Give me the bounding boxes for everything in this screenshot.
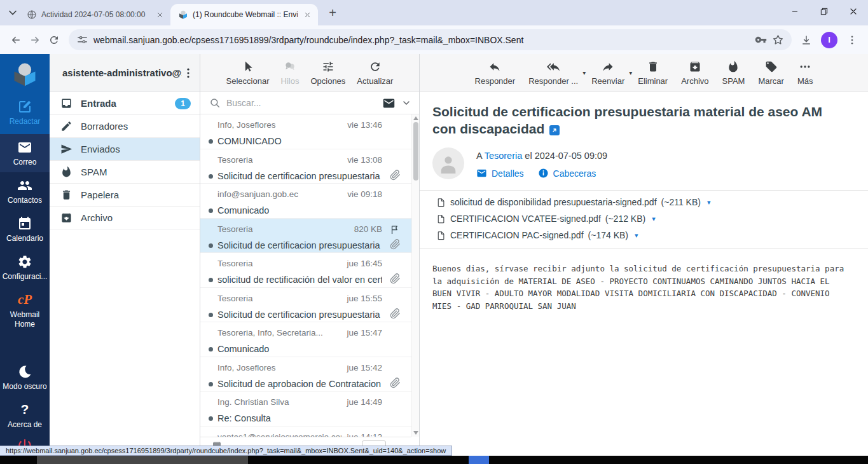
- toolbar-button-eliminar[interactable]: Eliminar: [635, 59, 670, 87]
- message-row[interactable]: Ing. Christian Silva jue 14:49 Re: Consu…: [200, 392, 411, 426]
- sidebar-item-webmail-home[interactable]: cP Webmail Home: [0, 287, 50, 335]
- scroll-up-icon[interactable]: [413, 116, 418, 120]
- search-input[interactable]: [226, 98, 376, 108]
- folder-item-papelera[interactable]: Papelera: [50, 184, 200, 207]
- external-link-icon[interactable]: [549, 125, 560, 135]
- folder-list: Entrada 1 Borradores Enviados SPAM Papel…: [50, 92, 200, 229]
- folder-item-entrada[interactable]: Entrada 1: [50, 92, 200, 115]
- message-row[interactable]: Tesoreria 820 KB Solicitud de certificac…: [200, 219, 411, 254]
- message-row[interactable]: Info, Joseflores jue 15:42 Solicitud de …: [200, 357, 411, 392]
- close-icon[interactable]: [155, 10, 165, 20]
- archive-icon: [689, 60, 701, 73]
- profile-avatar[interactable]: I: [821, 32, 837, 48]
- sidebar-item-correo[interactable]: Correo: [0, 134, 50, 172]
- toolbar-button-responder[interactable]: Responder: [472, 59, 518, 87]
- attachment-chip[interactable]: CERTIFICACION VCATEE-signed.pdf (~212 KB…: [436, 212, 656, 226]
- header-link-detalles[interactable]: Detalles: [476, 168, 524, 179]
- url-text[interactable]: webmail.sanjuan.gob.ec/cpsess1716951899/…: [93, 35, 750, 45]
- message-date: jue 15:47: [347, 327, 382, 338]
- sidebar-item-configuraci-[interactable]: Configuraci...: [0, 249, 50, 287]
- message-subject: Comunicado: [217, 343, 382, 355]
- list-toolbar: Seleccionar Hilos Opciones Actualizar: [200, 54, 419, 92]
- webmail-app: Redactar Correo Contactos Calendario Con…: [0, 54, 868, 464]
- scrollbar-thumb[interactable]: [413, 122, 418, 181]
- new-tab-button[interactable]: +: [324, 5, 341, 22]
- message-row[interactable]: ventas1@serviciosycomercio.com jue 14:12: [200, 426, 411, 437]
- bookmark-star-icon[interactable]: [772, 34, 784, 46]
- list-scrollbar[interactable]: [411, 114, 419, 437]
- attachment-chip[interactable]: solicitud de disponibilidad presupuestar…: [436, 196, 851, 209]
- browser-tab-activity[interactable]: Actividad 2024-07-05 08:00:00: [19, 4, 170, 25]
- close-icon[interactable]: [302, 10, 313, 20]
- message-row[interactable]: Tesoreria, Info, Secretaria... jue 15:47…: [200, 322, 411, 357]
- folder-label: Entrada: [81, 98, 116, 109]
- to-prefix: A: [476, 151, 482, 161]
- folder-item-archivo[interactable]: Archivo: [50, 207, 200, 229]
- toolbar-button-seleccionar[interactable]: Seleccionar: [224, 59, 272, 87]
- chevron-down-icon[interactable]: ▾: [652, 212, 656, 226]
- tab-title: (1) Roundcube Webmail :: Envia: [193, 10, 298, 19]
- browser-tab-roundcube[interactable]: (1) Roundcube Webmail :: Envia: [170, 4, 318, 25]
- folder-item-spam[interactable]: SPAM: [50, 161, 200, 184]
- search-scope-mail-icon[interactable]: [382, 97, 396, 110]
- message-subject: Solicitud de certificacion presupuestari…: [217, 170, 382, 182]
- sidebar-item-modo-oscuro[interactable]: Modo oscuro: [0, 358, 50, 397]
- toolbar-button-reenviar[interactable]: Reenviar ▾: [589, 59, 627, 87]
- sidebar-item-acerca-de[interactable]: ? Acerca de: [0, 397, 50, 435]
- forward-icon[interactable]: [25, 31, 45, 50]
- toolbar-button-archivo[interactable]: Archivo: [679, 59, 711, 87]
- attachment-chip[interactable]: CERTIFICACION PAC-signed.pdf (~174 KB) ▾: [436, 229, 638, 242]
- subject-text: Solicitud de certificacion presupuestari…: [432, 104, 822, 136]
- minimize-button[interactable]: [780, 0, 809, 23]
- toolbar-button-marcar[interactable]: Marcar: [755, 59, 786, 87]
- message-row[interactable]: Tesoreria jue 15:55 Solicitud de certifi…: [200, 288, 411, 323]
- toolbar-button-label: Opciones: [310, 76, 345, 86]
- sidebar-item-calendario[interactable]: Calendario: [0, 210, 50, 249]
- message-row[interactable]: Tesoreria vie 13:08 Solicitud de certifi…: [200, 149, 411, 184]
- toolbar-button-más[interactable]: Más: [795, 59, 816, 87]
- message-row[interactable]: Tesoreria jue 16:45 solicitud de rectifi…: [200, 253, 411, 288]
- site-settings-icon[interactable]: [76, 34, 88, 46]
- tab-search-chevron-icon[interactable]: [6, 6, 19, 19]
- sidebar-item-label: Contactos: [8, 196, 42, 205]
- folder-item-borradores[interactable]: Borradores: [50, 115, 200, 138]
- message-row[interactable]: Info, Joseflores vie 13:46 COMUNICADO: [200, 114, 411, 149]
- toolbar-button-spam[interactable]: SPAM: [720, 59, 748, 87]
- chevron-down-icon[interactable]: ▾: [582, 69, 586, 76]
- header-links: Detalles Cabeceras: [476, 168, 607, 179]
- toolbar-button-opciones[interactable]: Opciones: [308, 59, 348, 87]
- passwords-key-icon[interactable]: [755, 34, 767, 46]
- message-sender: Info, Joseflores: [217, 119, 276, 130]
- message-date: jue 14:49: [347, 397, 382, 407]
- reload-icon[interactable]: [45, 31, 64, 50]
- message-subject: Solicitud de certificacion presupuestari…: [217, 240, 382, 251]
- header-link-cabeceras[interactable]: Cabeceras: [538, 168, 596, 179]
- folder-item-enviados[interactable]: Enviados: [50, 138, 200, 161]
- scroll-down-icon[interactable]: [413, 431, 418, 435]
- options-icon: [322, 60, 334, 73]
- restore-button[interactable]: [809, 0, 839, 23]
- sidebar-item-redactar[interactable]: Redactar: [0, 93, 50, 132]
- chevron-down-icon[interactable]: ▾: [707, 196, 711, 209]
- kebab-menu-icon[interactable]: [182, 67, 195, 79]
- message-list-panel: Seleccionar Hilos Opciones Actualizar In…: [200, 54, 420, 464]
- message-row[interactable]: info@sanjuan.gob.ec vie 09:18 Comunicado: [200, 184, 411, 219]
- sidebar-item-contactos[interactable]: Contactos: [0, 172, 50, 210]
- downloads-icon[interactable]: [797, 31, 816, 50]
- address-bar[interactable]: webmail.sanjuan.gob.ec/cpsess1716951899/…: [69, 29, 792, 50]
- toolbar-button-label: Reenviar: [591, 76, 624, 86]
- pdf-icon: [436, 197, 446, 208]
- back-icon[interactable]: [6, 31, 25, 50]
- chevron-down-icon[interactable]: ▾: [629, 69, 632, 76]
- chevron-down-icon[interactable]: ▾: [635, 229, 638, 242]
- recipient-link[interactable]: Tesoreria: [485, 151, 523, 161]
- close-window-button[interactable]: [839, 0, 868, 23]
- toolbar-button-hilos[interactable]: Hilos: [279, 59, 302, 87]
- toolbar-button-actualizar[interactable]: Actualizar: [354, 59, 396, 87]
- toolbar-button-responder-[interactable]: Responder ... ▾: [526, 59, 581, 87]
- message-sender: Tesoreria: [217, 154, 253, 165]
- message-sender: Ing. Christian Silva: [217, 397, 289, 407]
- chevron-down-icon[interactable]: [401, 98, 411, 108]
- cpanel-icon: cP: [17, 292, 32, 308]
- browser-menu-icon[interactable]: [843, 31, 862, 50]
